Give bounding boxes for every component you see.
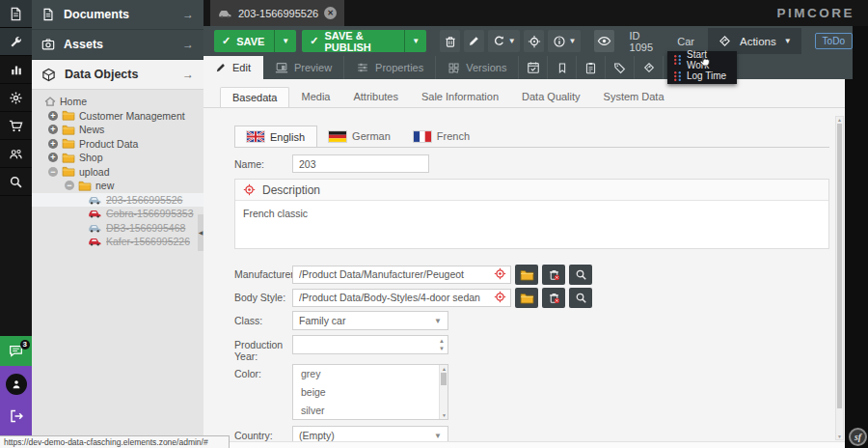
object-id-label: ID 1095 (630, 30, 663, 53)
content-scrollbar[interactable]: ▲ ▼ (835, 116, 844, 440)
accordion-data-objects[interactable]: Data Objects → (32, 60, 203, 90)
settings-button[interactable] (0, 84, 32, 112)
cube-icon (41, 68, 56, 82)
accordion-assets[interactable]: Assets → (32, 30, 203, 60)
tree-item-car[interactable]: Kafer-1566995226 (32, 235, 203, 249)
tree-item-folder[interactable]: Customer Management (32, 109, 203, 124)
tree-item-home[interactable]: Home (32, 95, 203, 109)
tools-menu-button[interactable] (0, 28, 32, 56)
schedule-button[interactable] (519, 56, 548, 79)
language-tab-english[interactable]: English (234, 126, 317, 147)
scroll-down-icon[interactable]: ▼ (836, 434, 843, 439)
workflow-transition-icon (673, 70, 682, 82)
manufacturer-input[interactable] (292, 266, 511, 284)
arrow-right-icon: → (182, 68, 194, 81)
search-reference-button[interactable] (569, 288, 592, 308)
scroll-up-icon[interactable]: ▲ (836, 117, 843, 123)
collapse-minus-icon[interactable] (65, 181, 74, 190)
expand-plus-icon[interactable] (48, 125, 58, 134)
logout-icon[interactable] (9, 408, 24, 424)
avatar[interactable] (6, 374, 27, 395)
search-button[interactable] (0, 168, 32, 196)
expand-plus-icon[interactable] (48, 139, 58, 149)
language-tabs: English German French (234, 126, 829, 148)
tab-preview[interactable]: Preview (263, 56, 344, 79)
search-reference-button[interactable] (569, 265, 592, 285)
bodystyle-input[interactable] (292, 289, 511, 307)
subtab-sale-information[interactable]: Sale Information (410, 87, 510, 107)
tree-item-car[interactable]: Cobra-1566995353 (32, 207, 203, 221)
remove-reference-button[interactable] (542, 265, 565, 285)
bookmark-button[interactable] (548, 56, 577, 79)
tab-versions[interactable]: Versions (436, 56, 519, 79)
expand-plus-icon[interactable] (48, 153, 58, 162)
tree-item-label: Kafer-1566995226 (106, 236, 190, 247)
tab-edit[interactable]: Edit (203, 56, 263, 79)
subtab-media[interactable]: Media (289, 87, 341, 107)
notes-button[interactable] (577, 56, 606, 79)
tree-item-folder[interactable]: News (32, 123, 203, 137)
accordion-documents[interactable]: Documents → (32, 0, 203, 30)
reload-button[interactable]: ▼ (488, 30, 520, 52)
users-button[interactable] (0, 140, 32, 168)
scrollbar-thumb[interactable] (441, 373, 447, 385)
file-menu-button[interactable] (0, 0, 32, 28)
color-option[interactable]: silver (293, 402, 448, 420)
subtab-attributes[interactable]: Attributes (341, 87, 409, 107)
save-dropdown-caret[interactable]: ▼ (274, 30, 296, 52)
subtab-system-data[interactable]: System Data (592, 87, 676, 107)
listbox-scrollbar[interactable]: ▲ ▼ (439, 365, 448, 419)
description-text[interactable]: French classic (235, 201, 828, 248)
expand-plus-icon[interactable] (48, 111, 58, 121)
menu-item-log-time[interactable]: Log Time (667, 68, 737, 84)
class-select[interactable]: Family car ▼ (292, 311, 448, 330)
delete-button[interactable] (440, 30, 460, 52)
scroll-up-icon[interactable]: ▲ (440, 366, 448, 372)
tree-item-folder[interactable]: Shop (32, 151, 203, 165)
open-object-tab[interactable]: 203-1566995526 ✕ (210, 0, 344, 26)
open-folder-button[interactable] (515, 265, 538, 285)
tree-item-folder-expanded[interactable]: upload (32, 165, 203, 180)
save-publish-dropdown-caret[interactable]: ▼ (404, 30, 426, 52)
language-tab-german[interactable]: German (317, 126, 402, 147)
locate-in-tree-button[interactable] (524, 30, 544, 52)
color-option[interactable]: grey (293, 365, 448, 383)
notifications-button[interactable]: 3 (0, 336, 32, 366)
tree-item-folder-expanded[interactable]: new (32, 179, 203, 193)
calendar-check-icon (527, 61, 540, 74)
tree-item-car-selected[interactable]: 203-1566995526 (32, 193, 203, 208)
caret-down-icon: ▼ (434, 432, 442, 440)
save-button[interactable]: ✓ SAVE ▼ (214, 30, 296, 52)
workflow-status-badge[interactable]: ToDo (815, 33, 853, 49)
rename-button[interactable] (464, 30, 484, 52)
remove-reference-button[interactable] (542, 288, 565, 308)
tree-item-car[interactable]: DB3-1566995468 (32, 221, 203, 236)
reports-button[interactable] (0, 56, 32, 84)
open-folder-button[interactable] (515, 288, 538, 308)
workflow-button[interactable] (635, 56, 664, 79)
info-button[interactable]: ▼ (548, 30, 580, 52)
extension-badge-icon[interactable]: sf (849, 428, 867, 446)
preview-visibility-button[interactable] (594, 30, 614, 52)
gear-icon (9, 91, 23, 105)
color-option[interactable]: beige (293, 383, 448, 402)
language-tab-french[interactable]: French (402, 126, 481, 147)
save-publish-button[interactable]: ✓ SAVE & PUBLISH ▼ (302, 30, 426, 52)
scrollbar-thumb[interactable] (837, 124, 842, 408)
close-icon[interactable]: ✕ (324, 7, 337, 19)
caret-down-icon: ▼ (784, 37, 792, 45)
scroll-down-icon[interactable]: ▼ (440, 412, 448, 418)
tag-button[interactable] (606, 56, 635, 79)
folder-icon (62, 153, 75, 163)
tab-properties[interactable]: Properties (344, 56, 436, 79)
tree-item-folder[interactable]: Product Data (32, 137, 203, 152)
color-listbox[interactable]: grey beige silver ▲ ▼ (292, 364, 448, 420)
subtab-basedata[interactable]: Basedata (220, 87, 289, 107)
name-input[interactable] (292, 154, 429, 173)
collapse-minus-icon[interactable] (48, 167, 58, 177)
workflow-transition-icon (673, 54, 682, 66)
spinner-arrows-icon[interactable]: ▲▼ (439, 337, 445, 352)
production-year-stepper[interactable]: ▲▼ (292, 335, 448, 354)
ecommerce-button[interactable] (0, 112, 32, 140)
subtab-data-quality[interactable]: Data Quality (510, 87, 592, 107)
